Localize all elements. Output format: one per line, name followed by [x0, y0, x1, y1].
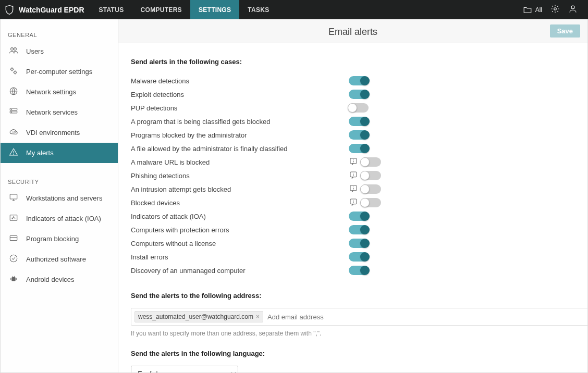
svg-text:VDI: VDI — [13, 131, 17, 134]
alert-label: PUP detections — [131, 104, 349, 112]
sidebar-item-vdi-environments[interactable]: VDIVDI environments — [1, 122, 118, 143]
language-select[interactable]: English — [131, 366, 238, 372]
brand-name: WatchGuard EPDR — [19, 6, 84, 14]
alert-label: Malware detections — [131, 77, 349, 85]
alert-toggle[interactable] — [361, 198, 381, 207]
sidebar-item-authorized-software[interactable]: Authorized software — [1, 249, 118, 269]
page-title: Email alerts — [328, 27, 377, 38]
remove-email-icon[interactable]: × — [256, 313, 260, 320]
folder-selector[interactable]: All — [523, 5, 542, 15]
nav-tabs: STATUS COMPUTERS SETTINGS TASKS — [91, 0, 278, 19]
main: Email alerts Save Send alerts in the fol… — [118, 19, 587, 372]
folder-label: All — [535, 6, 542, 14]
topbar: WatchGuard EPDR STATUS COMPUTERS SETTING… — [0, 0, 588, 19]
topbar-right: All — [523, 4, 578, 15]
sidebar-item-label: Network settings — [26, 88, 76, 96]
nav-tab-tasks[interactable]: TASKS — [239, 0, 277, 19]
alert-toggle[interactable] — [349, 76, 369, 85]
alert-row: Discovery of an unmanaged computer — [131, 264, 575, 277]
alert-label: Programs blocked by the administrator — [131, 131, 349, 139]
alert-row: Computers with protection errors — [131, 223, 575, 237]
alert-toggle[interactable] — [361, 157, 381, 167]
sidebar-item-label: Program blocking — [26, 235, 79, 243]
alert-label: Computers without a license — [131, 240, 349, 247]
user-icon[interactable] — [568, 4, 578, 15]
info-icon[interactable] — [349, 197, 358, 208]
sidebar-item-label: Indicators of attack (IOA) — [26, 215, 101, 222]
alert-toggle[interactable] — [349, 252, 369, 262]
alert-label: Install errors — [131, 253, 349, 261]
sidebar-item-label: Network services — [26, 108, 78, 116]
cloud-icon: VDI — [8, 127, 19, 138]
alert-label: A program that is being classified gets … — [131, 118, 349, 126]
alert-row: Install errors — [131, 250, 575, 264]
sidebar-item-per-computer-settings[interactable]: Per-computer settings — [1, 61, 118, 82]
sidebar-item-android-devices[interactable]: Android devices — [1, 269, 118, 290]
main-header: Email alerts Save — [118, 19, 587, 43]
sidebar-item-program-blocking[interactable]: Program blocking — [1, 229, 118, 249]
alert-toggle[interactable] — [361, 184, 381, 194]
alert-toggle[interactable] — [349, 103, 369, 113]
nav-tab-settings[interactable]: SETTINGS — [190, 0, 239, 19]
gears-icon — [8, 66, 19, 77]
sidebar-item-label: Users — [26, 47, 44, 55]
brand-logo: WatchGuard EPDR — [4, 5, 84, 15]
alert-row: Malware detections — [131, 74, 575, 88]
alert-row: Indicators of attack (IOA) — [131, 209, 575, 223]
users-icon — [8, 46, 19, 57]
sidebar-item-label: My alerts — [26, 149, 54, 157]
email-tag: wess_automated_user@watchguard.com × — [134, 311, 263, 322]
sidebar-item-label: Per-computer settings — [26, 68, 92, 76]
svg-point-2 — [11, 48, 14, 51]
svg-rect-19 — [11, 277, 16, 281]
svg-point-21 — [14, 276, 15, 277]
card-icon — [8, 233, 19, 244]
alert-toggle[interactable] — [349, 130, 369, 140]
sidebar-item-network-settings[interactable]: Network settings — [1, 82, 118, 102]
sidebar-item-my-alerts[interactable]: My alerts — [1, 143, 118, 163]
alert-toggle[interactable] — [349, 117, 369, 126]
save-button[interactable]: Save — [550, 24, 580, 38]
email-input[interactable] — [267, 313, 585, 321]
sidebar-item-indicators-of-attack-ioa-[interactable]: Indicators of attack (IOA) — [1, 208, 118, 229]
alert-toggle[interactable] — [349, 90, 369, 99]
alert-label: Phishing detections — [131, 172, 349, 180]
alert-label: A file allowed by the administrator is f… — [131, 145, 349, 153]
svg-rect-15 — [10, 215, 17, 221]
alert-toggle[interactable] — [349, 266, 369, 275]
sidebar-item-users[interactable]: Users — [1, 41, 118, 61]
alert-label: An intrusion attempt gets blocked — [131, 185, 349, 193]
svg-rect-14 — [10, 194, 17, 199]
alert-toggle[interactable] — [361, 171, 381, 180]
alert-label: Exploit detections — [131, 91, 349, 98]
info-icon[interactable] — [349, 170, 358, 181]
check-icon — [8, 254, 19, 265]
alert-label: Computers with protection errors — [131, 226, 349, 234]
nav-tab-status[interactable]: STATUS — [91, 0, 132, 19]
alert-toggle[interactable] — [349, 212, 369, 221]
alert-toggle[interactable] — [349, 144, 369, 153]
alert-icon — [8, 147, 19, 158]
svg-rect-7 — [10, 108, 17, 110]
settings-gear-icon[interactable] — [550, 4, 560, 15]
nav-tab-computers[interactable]: COMPUTERS — [132, 0, 190, 19]
monitor-icon — [8, 193, 19, 204]
alert-row: Programs blocked by the administrator — [131, 128, 575, 142]
alert-toggle[interactable] — [349, 225, 369, 234]
alert-label: A malware URL is blocked — [131, 158, 349, 166]
alert-row: Blocked devices — [131, 196, 575, 209]
globe-icon — [8, 86, 19, 97]
email-address-box[interactable]: wess_automated_user@watchguard.com × — [131, 308, 587, 326]
alert-label: Indicators of attack (IOA) — [131, 213, 349, 220]
alert-toggle[interactable] — [349, 239, 369, 248]
sidebar-item-workstations-and-servers[interactable]: Workstations and servers — [1, 188, 118, 208]
svg-rect-16 — [10, 236, 17, 241]
sidebar: GENERAL UsersPer-computer settingsNetwor… — [1, 19, 118, 372]
sidebar-item-network-services[interactable]: Network services — [1, 102, 118, 122]
alert-row: A file allowed by the administrator is f… — [131, 142, 575, 155]
sidebar-section-security: SECURITY — [1, 172, 118, 188]
info-icon[interactable] — [349, 184, 358, 195]
info-icon[interactable] — [349, 157, 358, 168]
sidebar-item-label: Authorized software — [26, 255, 86, 263]
svg-point-20 — [13, 276, 14, 277]
